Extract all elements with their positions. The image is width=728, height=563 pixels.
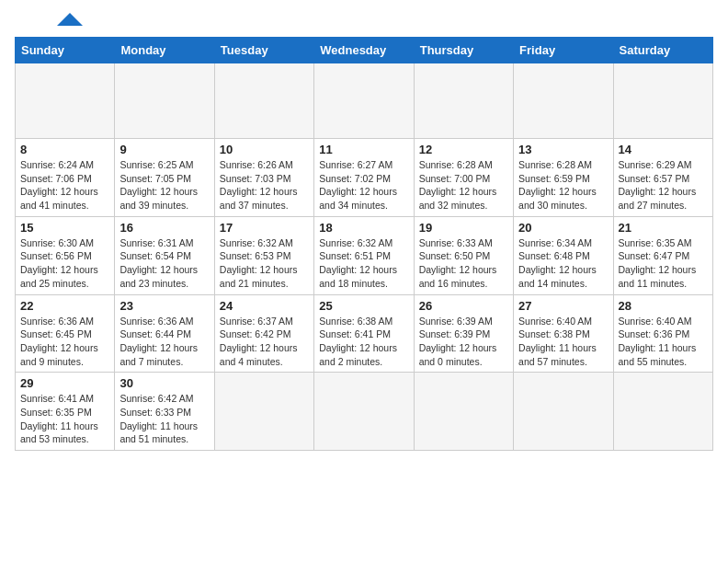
calendar-week-3: 22Sunrise: 6:36 AMSunset: 6:45 PMDayligh… <box>16 294 713 373</box>
weekday-header-monday: Monday <box>115 38 214 63</box>
calendar-day-26: 26Sunrise: 6:39 AMSunset: 6:39 PMDayligh… <box>414 294 513 373</box>
day-number: 23 <box>119 299 209 313</box>
day-number: 16 <box>119 221 209 235</box>
calendar-day-13: 13Sunrise: 6:28 AMSunset: 6:59 PMDayligh… <box>514 139 613 217</box>
day-info: Sunrise: 6:28 AMSunset: 6:59 PMDaylight:… <box>518 158 608 213</box>
calendar-week-0 <box>16 63 713 139</box>
calendar-day-17: 17Sunrise: 6:32 AMSunset: 6:53 PMDayligh… <box>214 216 313 294</box>
day-info: Sunrise: 6:26 AMSunset: 7:03 PMDaylight:… <box>220 158 309 213</box>
calendar-day-empty <box>514 63 613 139</box>
day-info: Sunrise: 6:40 AMSunset: 6:38 PMDaylight:… <box>518 315 608 369</box>
day-info: Sunrise: 6:36 AMSunset: 6:44 PMDaylight:… <box>119 315 209 369</box>
calendar-day-19: 19Sunrise: 6:33 AMSunset: 6:50 PMDayligh… <box>414 216 513 294</box>
calendar-day-empty <box>514 373 613 451</box>
calendar-day-11: 11Sunrise: 6:27 AMSunset: 7:02 PMDayligh… <box>314 139 414 217</box>
day-info: Sunrise: 6:38 AMSunset: 6:41 PMDaylight:… <box>319 315 408 369</box>
day-info: Sunrise: 6:31 AMSunset: 6:54 PMDaylight:… <box>119 236 209 291</box>
calendar-day-16: 16Sunrise: 6:31 AMSunset: 6:54 PMDayligh… <box>115 216 214 294</box>
day-info: Sunrise: 6:25 AMSunset: 7:05 PMDaylight:… <box>119 158 209 213</box>
day-info: Sunrise: 6:27 AMSunset: 7:02 PMDaylight:… <box>319 158 408 213</box>
weekday-header-tuesday: Tuesday <box>214 38 313 63</box>
day-number: 18 <box>319 221 408 235</box>
calendar-day-15: 15Sunrise: 6:30 AMSunset: 6:56 PMDayligh… <box>16 216 115 294</box>
day-number: 13 <box>518 143 608 156</box>
day-number: 11 <box>319 143 408 156</box>
calendar-day-9: 9Sunrise: 6:25 AMSunset: 7:05 PMDaylight… <box>115 139 214 217</box>
calendar-day-empty <box>613 373 712 451</box>
calendar-day-empty <box>613 63 712 139</box>
day-number: 9 <box>119 143 209 156</box>
calendar-day-empty <box>214 63 313 139</box>
day-number: 19 <box>419 221 508 235</box>
calendar-day-8: 8Sunrise: 6:24 AMSunset: 7:06 PMDaylight… <box>16 139 115 217</box>
logo-icon <box>57 13 83 26</box>
calendar-day-22: 22Sunrise: 6:36 AMSunset: 6:45 PMDayligh… <box>16 294 115 373</box>
day-info: Sunrise: 6:42 AMSunset: 6:33 PMDaylight:… <box>119 392 209 446</box>
day-info: Sunrise: 6:37 AMSunset: 6:42 PMDaylight:… <box>220 315 309 369</box>
calendar-day-empty <box>414 63 513 139</box>
calendar-day-28: 28Sunrise: 6:40 AMSunset: 6:36 PMDayligh… <box>613 294 712 373</box>
calendar-day-25: 25Sunrise: 6:38 AMSunset: 6:41 PMDayligh… <box>314 294 414 373</box>
calendar-day-24: 24Sunrise: 6:37 AMSunset: 6:42 PMDayligh… <box>214 294 313 373</box>
day-info: Sunrise: 6:32 AMSunset: 6:51 PMDaylight:… <box>319 236 408 291</box>
calendar-day-empty <box>115 63 214 139</box>
day-number: 15 <box>20 221 109 235</box>
calendar-week-2: 15Sunrise: 6:30 AMSunset: 6:56 PMDayligh… <box>16 216 713 294</box>
day-number: 20 <box>518 221 608 235</box>
calendar-day-12: 12Sunrise: 6:28 AMSunset: 7:00 PMDayligh… <box>414 139 513 217</box>
day-info: Sunrise: 6:29 AMSunset: 6:57 PMDaylight:… <box>619 158 708 213</box>
day-number: 10 <box>220 143 309 156</box>
calendar-day-empty <box>414 373 513 451</box>
day-info: Sunrise: 6:35 AMSunset: 6:47 PMDaylight:… <box>619 236 708 291</box>
calendar-day-23: 23Sunrise: 6:36 AMSunset: 6:44 PMDayligh… <box>115 294 214 373</box>
day-info: Sunrise: 6:28 AMSunset: 7:00 PMDaylight:… <box>419 158 508 213</box>
weekday-header-wednesday: Wednesday <box>314 38 414 63</box>
calendar-day-21: 21Sunrise: 6:35 AMSunset: 6:47 PMDayligh… <box>613 216 712 294</box>
day-number: 26 <box>419 299 508 313</box>
day-number: 28 <box>619 299 708 313</box>
day-number: 27 <box>518 299 608 313</box>
day-number: 22 <box>20 299 109 313</box>
calendar-day-empty <box>314 63 414 139</box>
calendar-day-30: 30Sunrise: 6:42 AMSunset: 6:33 PMDayligh… <box>115 373 214 451</box>
day-info: Sunrise: 6:32 AMSunset: 6:53 PMDaylight:… <box>220 236 309 291</box>
day-info: Sunrise: 6:41 AMSunset: 6:35 PMDaylight:… <box>20 392 109 446</box>
calendar-day-27: 27Sunrise: 6:40 AMSunset: 6:38 PMDayligh… <box>514 294 613 373</box>
day-number: 30 <box>119 376 209 390</box>
day-number: 24 <box>220 299 309 313</box>
day-number: 12 <box>419 143 508 156</box>
calendar-day-14: 14Sunrise: 6:29 AMSunset: 6:57 PMDayligh… <box>613 139 712 217</box>
calendar-day-20: 20Sunrise: 6:34 AMSunset: 6:48 PMDayligh… <box>514 216 613 294</box>
day-number: 25 <box>319 299 408 313</box>
weekday-header-sunday: Sunday <box>16 38 115 63</box>
page-header <box>15 15 713 26</box>
weekday-header-saturday: Saturday <box>613 38 712 63</box>
day-info: Sunrise: 6:24 AMSunset: 7:06 PMDaylight:… <box>20 158 109 213</box>
day-number: 14 <box>619 143 708 156</box>
day-number: 17 <box>220 221 309 235</box>
day-number: 8 <box>20 143 109 156</box>
calendar-day-empty <box>214 373 313 451</box>
day-info: Sunrise: 6:40 AMSunset: 6:36 PMDaylight:… <box>619 315 708 369</box>
weekday-header-friday: Friday <box>514 38 613 63</box>
day-number: 21 <box>619 221 708 235</box>
calendar-day-18: 18Sunrise: 6:32 AMSunset: 6:51 PMDayligh… <box>314 216 414 294</box>
day-info: Sunrise: 6:36 AMSunset: 6:45 PMDaylight:… <box>20 315 109 369</box>
calendar-day-29: 29Sunrise: 6:41 AMSunset: 6:35 PMDayligh… <box>16 373 115 451</box>
weekday-header-thursday: Thursday <box>414 38 513 63</box>
calendar-week-4: 29Sunrise: 6:41 AMSunset: 6:35 PMDayligh… <box>16 373 713 451</box>
day-info: Sunrise: 6:34 AMSunset: 6:48 PMDaylight:… <box>518 236 608 291</box>
day-number: 29 <box>20 376 109 390</box>
calendar-week-1: 8Sunrise: 6:24 AMSunset: 7:06 PMDaylight… <box>16 139 713 217</box>
calendar-day-empty <box>314 373 414 451</box>
svg-marker-0 <box>57 13 83 26</box>
day-info: Sunrise: 6:30 AMSunset: 6:56 PMDaylight:… <box>20 236 109 291</box>
calendar-day-10: 10Sunrise: 6:26 AMSunset: 7:03 PMDayligh… <box>214 139 313 217</box>
calendar-day-empty <box>16 63 115 139</box>
day-info: Sunrise: 6:33 AMSunset: 6:50 PMDaylight:… <box>419 236 508 291</box>
calendar-table: SundayMondayTuesdayWednesdayThursdayFrid… <box>15 37 713 451</box>
logo <box>15 15 83 26</box>
day-info: Sunrise: 6:39 AMSunset: 6:39 PMDaylight:… <box>419 315 508 369</box>
